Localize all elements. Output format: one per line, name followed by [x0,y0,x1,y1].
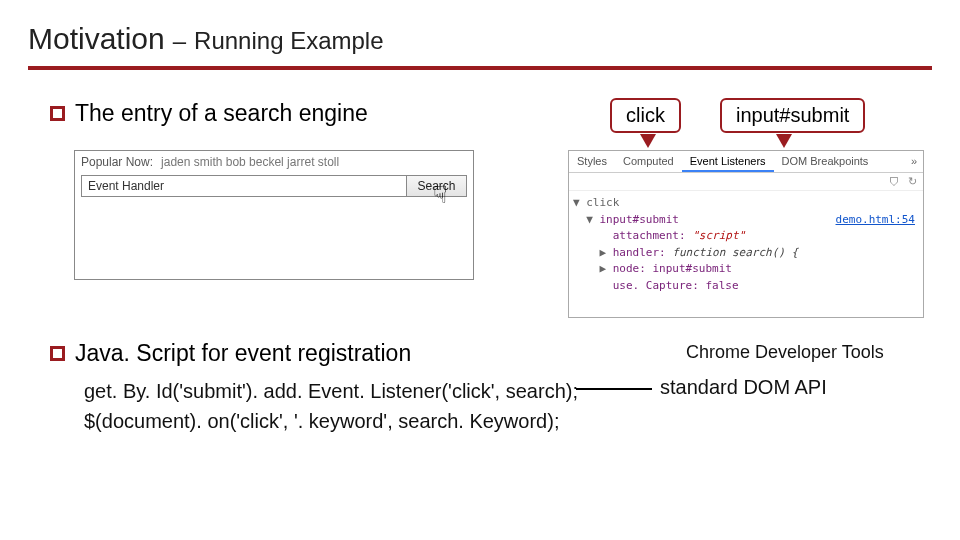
attachment-row: attachment: "script" [573,228,919,245]
cursor-icon: ☟ [433,181,448,209]
devtools-controls: ⛉ ↻ [569,173,923,191]
callout-tail [776,134,792,148]
popular-items: jaden smith bob beckel jarret stoll [161,155,339,169]
connector-line [576,388,652,390]
bullet-text: The entry of a search engine [75,100,368,127]
code-line-1: get. By. Id('submit'). add. Event. Liste… [84,376,578,406]
node-row[interactable]: ▶ node: input#submit [573,261,919,278]
devtools-tabs: Styles Computed Event Listeners DOM Brea… [569,151,923,173]
tabs-overflow-icon[interactable]: » [905,151,923,172]
search-input-value: Event Handler [88,179,164,193]
popular-row: Popular Now: jaden smith bob beckel jarr… [81,155,339,169]
tabs-spacer [876,151,905,172]
tab-event-listeners[interactable]: Event Listeners [682,151,774,172]
bullet-text: Java. Script for event registration [75,340,411,367]
devtools-caption: Chrome Developer Tools [686,342,884,363]
bullet-entry-search-engine: The entry of a search engine [50,100,368,127]
code-block: get. By. Id('submit'). add. Event. Liste… [84,376,578,436]
tab-computed[interactable]: Computed [615,151,682,172]
search-bar: Event Handler Search [81,175,467,197]
handler-row[interactable]: ▶ handler: function search() { [573,245,919,262]
event-click-row[interactable]: ▼ click [573,195,919,212]
search-input[interactable]: Event Handler [81,175,407,197]
usecapture-row: use. Capture: false [573,278,919,295]
source-link[interactable]: demo.html:54 [836,212,915,229]
bullet-icon [50,106,65,121]
callout-tail [640,134,656,148]
title-sub: Running Example [194,27,383,55]
search-engine-screenshot: Popular Now: jaden smith bob beckel jarr… [74,150,474,280]
refresh-icon[interactable]: ↻ [908,175,917,188]
devtools-panel: Styles Computed Event Listeners DOM Brea… [568,150,924,318]
popular-label: Popular Now: [81,155,153,169]
devtools-body: ▼ click ▼ input#submitdemo.html:54 attac… [569,191,923,298]
tab-dom-breakpoints[interactable]: DOM Breakpoints [774,151,877,172]
title-main: Motivation [28,22,165,56]
title-sep: – [173,27,186,55]
api-label: standard DOM API [660,376,827,399]
slide-title: Motivation – Running Example [28,22,384,56]
filter-icon[interactable]: ⛉ [889,176,900,188]
callout-click: click [610,98,681,133]
element-row[interactable]: ▼ input#submitdemo.html:54 [573,212,919,229]
callout-input-submit: input#submit [720,98,865,133]
tab-styles[interactable]: Styles [569,151,615,172]
title-rule [28,66,932,70]
bullet-icon [50,346,65,361]
bullet-js-registration: Java. Script for event registration [50,340,411,367]
code-line-2: $(document). on('click', '. keyword', se… [84,406,578,436]
